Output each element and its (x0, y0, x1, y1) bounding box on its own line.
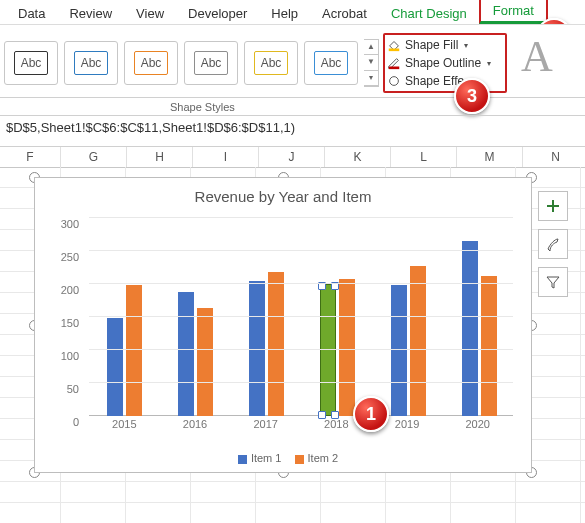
ribbon-tab-chart-design[interactable]: Chart Design (379, 3, 479, 24)
data-bar[interactable] (462, 241, 478, 416)
plus-icon (545, 198, 561, 214)
style-gallery-spinner[interactable]: ▲▼▾ (364, 39, 379, 87)
data-bar[interactable] (178, 292, 194, 416)
shape-outline-button[interactable]: Shape Outline▾ (387, 54, 503, 72)
data-bar[interactable] (339, 279, 355, 416)
y-axis[interactable]: 050100150200250300 (35, 218, 85, 416)
ribbon-shape-styles: Abc Abc Abc Abc Abc Abc ▲▼▾ Shape Fill▾ … (0, 24, 585, 98)
shape-style-preset[interactable]: Abc (244, 41, 298, 85)
shape-style-preset[interactable]: Abc (184, 41, 238, 85)
y-tick-label: 150 (61, 317, 79, 329)
x-tick-label: 2017 (230, 418, 301, 436)
ribbon-tab-acrobat[interactable]: Acrobat (310, 3, 379, 24)
worksheet-area[interactable]: FGHIJKLMN Revenue by Year and Item 05010… (0, 147, 585, 523)
chevron-down-icon: ▾ (464, 41, 468, 50)
data-bar[interactable] (391, 285, 407, 416)
callout-1: 1 (353, 396, 389, 432)
column-header[interactable]: N (523, 147, 585, 167)
shape-style-preset[interactable]: Abc (304, 41, 358, 85)
shape-style-preset[interactable]: Abc (4, 41, 58, 85)
pen-outline-icon (387, 56, 401, 70)
data-bar[interactable] (268, 272, 284, 416)
funnel-icon (545, 274, 561, 290)
y-tick-label: 0 (73, 416, 79, 428)
ribbon-tab-format[interactable]: Format (479, 0, 548, 24)
column-header[interactable]: I (193, 147, 259, 167)
wordart-styles-preview[interactable]: A (521, 31, 581, 82)
chart-selection[interactable]: Revenue by Year and Item 050100150200250… (34, 177, 532, 473)
legend-swatch (295, 455, 304, 464)
y-tick-label: 200 (61, 284, 79, 296)
chart-filters-button[interactable] (538, 267, 568, 297)
shape-fill-button[interactable]: Shape Fill▾ (387, 36, 503, 54)
x-tick-label: 2020 (442, 418, 513, 436)
shape-style-preset[interactable]: Abc (64, 41, 118, 85)
column-header[interactable]: M (457, 147, 523, 167)
formula-bar[interactable]: $D$5,Sheet1!$C$6:$C$11,Sheet1!$D$6:$D$11… (0, 116, 585, 147)
shape-style-preset[interactable]: Abc (124, 41, 178, 85)
ribbon-tab-view[interactable]: View (124, 3, 176, 24)
data-bar[interactable] (410, 266, 426, 416)
brush-icon (545, 236, 561, 252)
chart-legend[interactable]: Item 1 Item 2 (35, 452, 531, 464)
data-bar[interactable] (320, 284, 336, 416)
svg-point-2 (390, 77, 399, 86)
chart-elements-button[interactable] (538, 191, 568, 221)
ribbon-tab-help[interactable]: Help (259, 3, 310, 24)
effects-icon (387, 74, 401, 88)
y-tick-label: 100 (61, 350, 79, 362)
legend-swatch (238, 455, 247, 464)
column-header[interactable]: K (325, 147, 391, 167)
svg-rect-0 (389, 49, 400, 52)
data-bar[interactable] (197, 308, 213, 416)
column-header[interactable]: F (0, 147, 61, 167)
ribbon-tab-data[interactable]: Data (6, 3, 57, 24)
column-header[interactable]: J (259, 147, 325, 167)
x-tick-label: 2016 (160, 418, 231, 436)
column-header[interactable]: H (127, 147, 193, 167)
data-bar[interactable] (107, 318, 123, 416)
ribbon-group-label: Shape Styles (170, 101, 235, 113)
plot-area[interactable] (89, 218, 513, 416)
y-tick-label: 50 (67, 383, 79, 395)
paint-bucket-icon (387, 38, 401, 52)
chevron-down-icon: ▾ (487, 59, 491, 68)
x-tick-label: 2015 (89, 418, 160, 436)
data-bar[interactable] (481, 276, 497, 416)
ribbon-tab-review[interactable]: Review (57, 3, 124, 24)
data-bar[interactable] (126, 285, 142, 416)
embedded-chart[interactable]: Revenue by Year and Item 050100150200250… (34, 177, 532, 473)
column-header[interactable]: G (61, 147, 127, 167)
ribbon-tab-developer[interactable]: Developer (176, 3, 259, 24)
chart-title[interactable]: Revenue by Year and Item (35, 178, 531, 209)
column-header[interactable]: L (391, 147, 457, 167)
svg-rect-1 (389, 67, 400, 70)
y-tick-label: 250 (61, 251, 79, 263)
y-tick-label: 300 (61, 218, 79, 230)
x-axis[interactable]: 201520162017201820192020 (89, 418, 513, 436)
chart-styles-button[interactable] (538, 229, 568, 259)
